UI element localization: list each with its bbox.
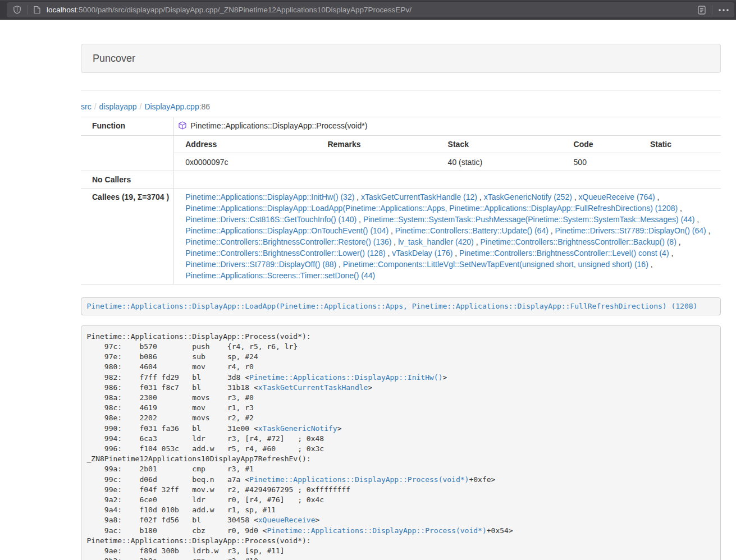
- page-container: Puncover src/displayapp/DisplayApp.cpp:8…: [81, 44, 721, 560]
- callees-line: Pinetime::Applications::Screens::Timer::…: [185, 270, 716, 281]
- function-name-cell: Pinetime::Applications::DisplayApp::Proc…: [174, 117, 721, 136]
- page-title: Puncover: [81, 44, 720, 72]
- stats-cell: Address Remarks Stack Code Static 0x0000…: [174, 136, 721, 171]
- stats-header-row: Address Remarks Stack Code Static: [174, 136, 721, 153]
- divider: [81, 90, 721, 91]
- callee-link[interactable]: Pinetime::Drivers::St7789::DisplayOn() (…: [555, 226, 706, 235]
- stats-address: 0x0000097c: [174, 153, 316, 171]
- page-icon[interactable]: [33, 6, 42, 14]
- shield-icon[interactable]: [12, 6, 22, 14]
- package-icon: [179, 121, 186, 132]
- assembly-symbol-link[interactable]: xTaskGetCurrentTaskHandle: [258, 383, 368, 392]
- url-bar[interactable]: localhost:5000/path/src/displayapp/Displ…: [7, 2, 734, 17]
- stats-static: [639, 153, 721, 171]
- callee-link[interactable]: Pinetime::Applications::DisplayApp::OnTo…: [185, 226, 388, 235]
- assembly-symbol-link[interactable]: xTaskGenericNotify: [258, 424, 337, 433]
- callee-link[interactable]: xTaskGenericNotify (252): [484, 192, 572, 201]
- callees-line: Pinetime::Controllers::BrightnessControl…: [185, 236, 716, 247]
- callee-link[interactable]: Pinetime::System::SystemTask::PushMessag…: [363, 215, 695, 224]
- url-path: :5000/path/src/displayapp/DisplayApp.cpp…: [76, 6, 412, 14]
- callees-line: Pinetime::Applications::DisplayApp::Init…: [185, 191, 716, 203]
- stats-header-static: Static: [639, 136, 721, 153]
- urlbar-divider-right: [712, 5, 712, 15]
- function-name: Pinetime::Applications::DisplayApp::Proc…: [190, 121, 367, 130]
- callee-link[interactable]: Pinetime::Drivers::St7789::DisplayOff() …: [185, 260, 336, 269]
- app-header-panel: Puncover: [81, 44, 721, 73]
- caller-snippet-block: Pinetime::Applications::DisplayApp::Load…: [81, 297, 721, 315]
- no-callers-label: No Callers: [81, 171, 174, 189]
- callees-line: Pinetime::Applications::DisplayApp::OnTo…: [185, 225, 716, 236]
- callee-link[interactable]: Pinetime::Controllers::BrightnessControl…: [185, 249, 385, 258]
- callees-row: Callees (19, Σ=3704 ) Pinetime::Applicat…: [81, 189, 721, 284]
- stats-stack: 40 (static): [437, 153, 563, 171]
- callee-link[interactable]: Pinetime::Applications::DisplayApp::Init…: [185, 192, 354, 201]
- assembly-symbol-link[interactable]: Pinetime::Applications::DisplayApp::Proc…: [267, 526, 486, 535]
- callees-line: Pinetime::Drivers::St7789::DisplayOff() …: [185, 259, 716, 270]
- breadcrumb-link-displayapp[interactable]: displayapp: [99, 102, 137, 111]
- breadcrumb-link-file[interactable]: DisplayApp.cpp: [144, 102, 199, 111]
- breadcrumb-separator: /: [92, 102, 99, 111]
- stats-remarks: [316, 153, 436, 171]
- url-host: localhost: [47, 6, 76, 14]
- callee-link[interactable]: Pinetime::Applications::DisplayApp::Load…: [185, 204, 678, 213]
- stats-header-address: Address: [174, 136, 316, 153]
- stats-table: Address Remarks Stack Code Static 0x0000…: [174, 136, 721, 171]
- callee-link[interactable]: Pinetime::Controllers::BrightnessControl…: [459, 249, 669, 258]
- breadcrumb-separator: /: [137, 102, 145, 111]
- assembly-block: Pinetime::Applications::DisplayApp::Proc…: [81, 325, 721, 560]
- browser-toolbar: localhost:5000/path/src/displayapp/Displ…: [0, 0, 736, 20]
- no-callers-cell: [174, 171, 721, 189]
- menu-icon[interactable]: [717, 9, 730, 11]
- callee-link[interactable]: vTaskDelay (176): [392, 249, 452, 258]
- callee-link[interactable]: Pinetime::Controllers::BrightnessControl…: [480, 237, 676, 246]
- function-row: Function Pinetime::Applications::Display…: [81, 117, 721, 136]
- stats-code: 500: [563, 153, 639, 171]
- callee-link[interactable]: Pinetime::Applications::Screens::Timer::…: [185, 271, 375, 280]
- no-callers-row: No Callers: [81, 171, 721, 189]
- reader-mode-icon[interactable]: [697, 6, 707, 15]
- callees-line: Pinetime::Applications::DisplayApp::Load…: [185, 203, 716, 214]
- stats-value-row: 0x0000097c 40 (static) 500: [174, 153, 721, 171]
- symbol-table: Function Pinetime::Applications::Display…: [81, 117, 721, 284]
- url-text[interactable]: localhost:5000/path/src/displayapp/Displ…: [47, 6, 697, 14]
- callee-link[interactable]: xQueueReceive (764): [579, 192, 655, 201]
- callees-line: Pinetime::Drivers::Cst816S::GetTouchInfo…: [185, 214, 716, 225]
- callee-link[interactable]: Pinetime::Drivers::Cst816S::GetTouchInfo…: [185, 215, 356, 224]
- urlbar-divider: [27, 5, 28, 15]
- breadcrumb-line-number: :86: [199, 102, 210, 111]
- stats-row-label: [81, 136, 174, 171]
- breadcrumb: src/displayapp/DisplayApp.cpp:86: [81, 101, 721, 112]
- assembly-symbol-link[interactable]: Pinetime::Applications::DisplayApp::Proc…: [249, 475, 469, 484]
- stats-row: Address Remarks Stack Code Static 0x0000…: [81, 136, 721, 171]
- function-label: Function: [81, 117, 174, 136]
- stats-header-code: Code: [563, 136, 639, 153]
- assembly-symbol-link[interactable]: Pinetime::Applications::DisplayApp::Init…: [249, 373, 442, 382]
- callee-link[interactable]: Pinetime::Controllers::Battery::Update()…: [395, 226, 548, 235]
- callee-link[interactable]: Pinetime::Controllers::BrightnessControl…: [185, 237, 391, 246]
- callees-line: Pinetime::Controllers::BrightnessControl…: [185, 247, 716, 259]
- snippet-symbol-link[interactable]: Pinetime::Applications::DisplayApp::Load…: [87, 302, 698, 310]
- callee-link[interactable]: Pinetime::Components::LittleVgl::SetNewT…: [343, 260, 648, 269]
- assembly-symbol-link[interactable]: xQueueReceive: [258, 516, 316, 524]
- callees-list: Pinetime::Applications::DisplayApp::Init…: [174, 189, 721, 284]
- callee-link[interactable]: lv_task_handler (420): [398, 237, 474, 246]
- callees-label: Callees (19, Σ=3704 ): [81, 189, 174, 284]
- breadcrumb-link-src[interactable]: src: [81, 102, 92, 111]
- stats-header-stack: Stack: [437, 136, 563, 153]
- stats-header-remarks: Remarks: [316, 136, 436, 153]
- callee-link[interactable]: xTaskGetCurrentTaskHandle (12): [361, 192, 477, 201]
